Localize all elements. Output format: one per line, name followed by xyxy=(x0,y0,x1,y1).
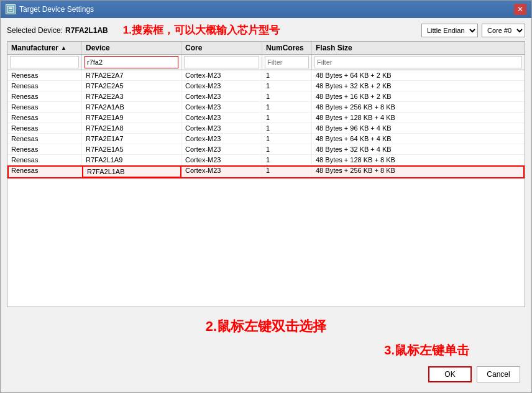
filter-core-input[interactable] xyxy=(184,56,259,68)
table-cell: R7FA2L1AB xyxy=(82,165,181,178)
filter-cell-numcores xyxy=(262,55,312,70)
table-cell: Renesas xyxy=(7,123,82,133)
table-cell: Cortex-M23 xyxy=(181,123,262,133)
filter-cell-core xyxy=(181,55,262,70)
title-bar: Target Device Settings ✕ xyxy=(1,1,531,18)
table-cell: 1 xyxy=(262,81,312,91)
annotation-1: 1.搜索框，可以大概输入芯片型号 xyxy=(123,23,280,37)
col-header-manufacturer[interactable]: Manufacturer ▲ xyxy=(7,42,82,54)
device-table: Manufacturer ▲ Device Core NumCores Flas… xyxy=(7,41,525,307)
table-cell: 1 xyxy=(262,155,312,165)
selected-device-value: R7FA2L1AB xyxy=(65,26,108,35)
table-cell: Renesas xyxy=(7,81,82,91)
table-cell: 1 xyxy=(262,102,312,112)
table-row[interactable]: RenesasR7FA2L1A9Cortex-M23148 Bytes + 12… xyxy=(7,155,525,165)
table-cell: 48 Bytes + 64 KB + 4 KB xyxy=(312,134,525,144)
col-header-core[interactable]: Core xyxy=(181,42,262,54)
bottom-bar: OK Cancel xyxy=(7,364,525,387)
table-cell: Cortex-M23 xyxy=(181,144,262,154)
selected-device-label: Selected Device: xyxy=(7,26,63,35)
table-cell: Cortex-M23 xyxy=(181,113,262,123)
table-cell: R7FA2E1A9 xyxy=(82,113,181,123)
col-header-flash[interactable]: Flash Size xyxy=(312,42,525,54)
table-cell: R7FA2E2A3 xyxy=(82,91,181,101)
table-cell: 48 Bytes + 256 KB + 8 KB xyxy=(312,165,525,178)
ok-button[interactable]: OK xyxy=(428,366,472,382)
table-cell: Renesas xyxy=(7,134,82,144)
table-cell: Cortex-M23 xyxy=(181,165,262,178)
table-row[interactable]: RenesasR7FA2E1A9Cortex-M23148 Bytes + 12… xyxy=(7,113,525,123)
table-row[interactable]: RenesasR7FA2E2A3Cortex-M23148 Bytes + 16… xyxy=(7,91,525,102)
cancel-button[interactable]: Cancel xyxy=(477,366,520,382)
table-cell: 1 xyxy=(262,165,312,178)
filter-cell-flash xyxy=(312,55,525,70)
table-cell: Renesas xyxy=(7,144,82,154)
table-cell: Renesas xyxy=(7,113,82,123)
sort-arrow-manufacturer: ▲ xyxy=(61,45,66,51)
table-cell: 48 Bytes + 64 KB + 2 KB xyxy=(312,70,525,80)
table-cell: R7FA2E1A5 xyxy=(82,144,181,154)
table-cell: 48 Bytes + 32 KB + 4 KB xyxy=(312,144,525,154)
col-header-numcores[interactable]: NumCores xyxy=(262,42,312,54)
table-cell: 1 xyxy=(262,113,312,123)
table-cell: R7FA2E2A5 xyxy=(82,81,181,91)
table-row[interactable]: RenesasR7FA2E2A7Cortex-M23148 Bytes + 64… xyxy=(7,70,525,81)
table-cell: 48 Bytes + 96 KB + 4 KB xyxy=(312,123,525,133)
table-header: Manufacturer ▲ Device Core NumCores Flas… xyxy=(7,42,525,55)
table-cell: R7FA2L1A9 xyxy=(82,155,181,165)
table-cell: 48 Bytes + 128 KB + 4 KB xyxy=(312,113,525,123)
table-cell: Cortex-M23 xyxy=(181,134,262,144)
table-row[interactable]: RenesasR7FA2E1A7Cortex-M23148 Bytes + 64… xyxy=(7,134,525,144)
table-cell: 48 Bytes + 128 KB + 8 KB xyxy=(312,155,525,165)
table-cell: 48 Bytes + 16 KB + 2 KB xyxy=(312,91,525,101)
table-cell: Cortex-M23 xyxy=(181,81,262,91)
dialog-title: Target Device Settings xyxy=(19,5,94,14)
table-cell: Cortex-M23 xyxy=(181,91,262,101)
table-row[interactable]: RenesasR7FA2E1A5Cortex-M23148 Bytes + 32… xyxy=(7,144,525,155)
table-cell: R7FA2A1AB xyxy=(82,102,181,112)
table-row[interactable]: RenesasR7FA2E1A8Cortex-M23148 Bytes + 96… xyxy=(7,123,525,134)
svg-rect-2 xyxy=(9,10,12,11)
filter-cell-manufacturer xyxy=(7,55,82,70)
table-cell: 1 xyxy=(262,123,312,133)
endian-select[interactable]: Little Endian Big Endian xyxy=(421,24,478,37)
svg-rect-0 xyxy=(7,6,14,12)
filter-flash-input[interactable] xyxy=(314,56,522,68)
table-cell: 1 xyxy=(262,91,312,101)
close-button[interactable]: ✕ xyxy=(514,4,526,15)
table-cell: Renesas xyxy=(7,165,82,178)
top-controls: Little Endian Big Endian Core #0 Core #1 xyxy=(421,24,525,37)
filter-row xyxy=(7,55,525,70)
table-row[interactable]: RenesasR7FA2E2A5Cortex-M23148 Bytes + 32… xyxy=(7,81,525,91)
table-cell: 1 xyxy=(262,144,312,154)
table-cell: Cortex-M23 xyxy=(181,155,262,165)
table-cell: R7FA2E1A8 xyxy=(82,123,181,133)
core-select[interactable]: Core #0 Core #1 xyxy=(482,24,525,37)
table-row[interactable]: RenesasR7FA2A1ABCortex-M23148 Bytes + 25… xyxy=(7,102,525,113)
table-cell: R7FA2E2A7 xyxy=(82,70,181,80)
table-cell: Renesas xyxy=(7,102,82,112)
col-header-device[interactable]: Device xyxy=(82,42,181,54)
title-bar-left: Target Device Settings xyxy=(6,4,94,14)
filter-device-input[interactable] xyxy=(85,56,178,68)
table-cell: 48 Bytes + 256 KB + 8 KB xyxy=(312,102,525,112)
table-cell: 1 xyxy=(262,134,312,144)
table-cell: Renesas xyxy=(7,155,82,165)
target-device-settings-dialog: Target Device Settings ✕ Selected Device… xyxy=(0,0,532,393)
filter-cell-device xyxy=(82,55,181,70)
annotation-3: 3.鼠标左键单击 xyxy=(7,342,525,359)
table-cell: Cortex-M23 xyxy=(181,102,262,112)
table-cell: 48 Bytes + 32 KB + 2 KB xyxy=(312,81,525,91)
table-cell: R7FA2E1A7 xyxy=(82,134,181,144)
table-cell: Cortex-M23 xyxy=(181,70,262,80)
table-cell: Renesas xyxy=(7,70,82,80)
table-cell: Renesas xyxy=(7,91,82,101)
table-row[interactable]: RenesasR7FA2L1ABCortex-M23148 Bytes + 25… xyxy=(7,165,525,178)
svg-rect-1 xyxy=(9,7,12,9)
top-bar: Selected Device: R7FA2L1AB 1.搜索框，可以大概输入芯… xyxy=(7,23,525,37)
dialog-body: Selected Device: R7FA2L1AB 1.搜索框，可以大概输入芯… xyxy=(1,18,531,392)
selected-device-area: Selected Device: R7FA2L1AB 1.搜索框，可以大概输入芯… xyxy=(7,23,280,37)
filter-numcores-input[interactable] xyxy=(265,56,309,68)
filter-manufacturer-input[interactable] xyxy=(10,56,79,68)
annotation-2: 2.鼠标左键双击选择 xyxy=(7,311,525,338)
